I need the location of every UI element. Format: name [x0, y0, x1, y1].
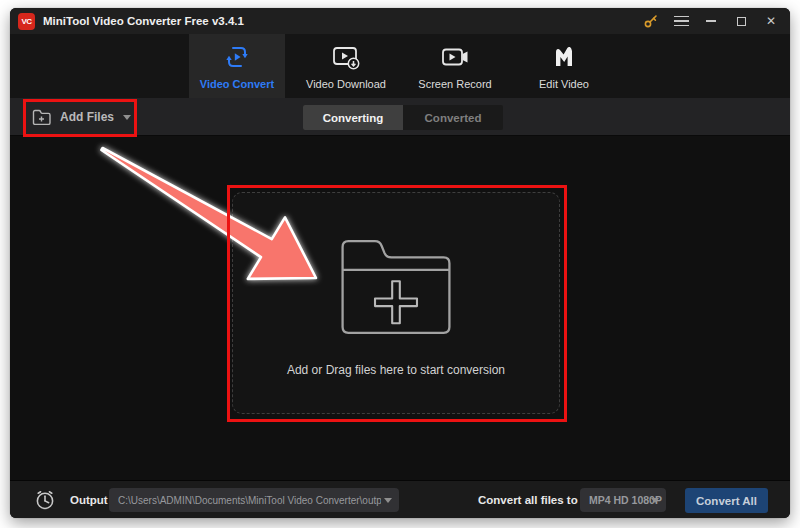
- titlebar-controls: ✕: [636, 8, 790, 34]
- output-path-value: C:\Users\ADMIN\Documents\MiniTool Video …: [118, 495, 381, 506]
- toolbar: Add Files Converting Converted: [10, 98, 790, 136]
- output-label: Output: [70, 481, 108, 518]
- window-title: MiniTool Video Converter Free v3.4.1: [43, 15, 244, 27]
- convert-status-tabs: Converting Converted: [303, 105, 503, 130]
- tab-converted[interactable]: Converted: [403, 105, 503, 130]
- add-files-button[interactable]: Add Files: [32, 98, 131, 136]
- add-files-label: Add Files: [60, 110, 114, 124]
- convert-all-files-to-label: Convert all files to: [478, 481, 578, 518]
- screen-record-icon: [440, 43, 470, 71]
- tab-video-convert[interactable]: Video Convert: [189, 34, 285, 98]
- nav-row: Video Convert Video Download: [189, 34, 612, 98]
- tab-video-download[interactable]: Video Download: [298, 34, 394, 98]
- hamburger-icon: [674, 16, 689, 27]
- tab-converting[interactable]: Converting: [303, 105, 403, 130]
- footer-bar: Output C:\Users\ADMIN\Documents\MiniTool…: [10, 480, 790, 518]
- minimize-icon: [706, 20, 716, 22]
- tab-label: Edit Video: [539, 78, 589, 90]
- dropzone-hint-text: Add or Drag files here to start conversi…: [287, 363, 505, 377]
- page: VC MiniTool Video Converter Free v3.4.1: [0, 0, 800, 528]
- video-download-icon: [331, 43, 361, 71]
- key-icon: [643, 13, 659, 29]
- register-key-icon[interactable]: [636, 8, 666, 34]
- app-window: VC MiniTool Video Converter Free v3.4.1: [10, 8, 790, 518]
- output-path-select[interactable]: C:\Users\ADMIN\Documents\MiniTool Video …: [109, 488, 399, 512]
- chevron-down-icon: [651, 498, 659, 503]
- dropzone[interactable]: Add or Drag files here to start conversi…: [232, 192, 560, 414]
- tab-label: Video Download: [306, 78, 386, 90]
- titlebar: VC MiniTool Video Converter Free v3.4.1: [10, 8, 790, 34]
- main-area: Add or Drag files here to start conversi…: [10, 136, 790, 480]
- chevron-down-icon: [123, 115, 131, 120]
- chevron-down-icon: [384, 498, 392, 503]
- add-folder-large-icon: [334, 235, 458, 339]
- folder-wrap: [334, 235, 458, 343]
- video-convert-icon: [223, 43, 251, 71]
- main-nav: Video Convert Video Download: [10, 34, 790, 98]
- maximize-icon: [737, 17, 746, 26]
- menu-icon[interactable]: [666, 8, 696, 34]
- edit-video-icon: [551, 43, 577, 71]
- maximize-button[interactable]: [726, 8, 756, 34]
- tab-screen-record[interactable]: Screen Record: [407, 34, 503, 98]
- close-button[interactable]: ✕: [756, 8, 786, 34]
- tab-label: Screen Record: [418, 78, 491, 90]
- minimize-button[interactable]: [696, 8, 726, 34]
- app-logo-icon: VC: [18, 13, 35, 30]
- add-folder-icon: [32, 109, 51, 126]
- convert-all-button[interactable]: Convert All: [685, 488, 768, 513]
- tab-edit-video[interactable]: Edit Video: [516, 34, 612, 98]
- schedule-clock-icon[interactable]: [34, 489, 56, 511]
- output-format-select[interactable]: MP4 HD 1080P: [580, 488, 666, 512]
- tab-label: Video Convert: [200, 78, 274, 90]
- app-logo-text: VC: [21, 17, 31, 26]
